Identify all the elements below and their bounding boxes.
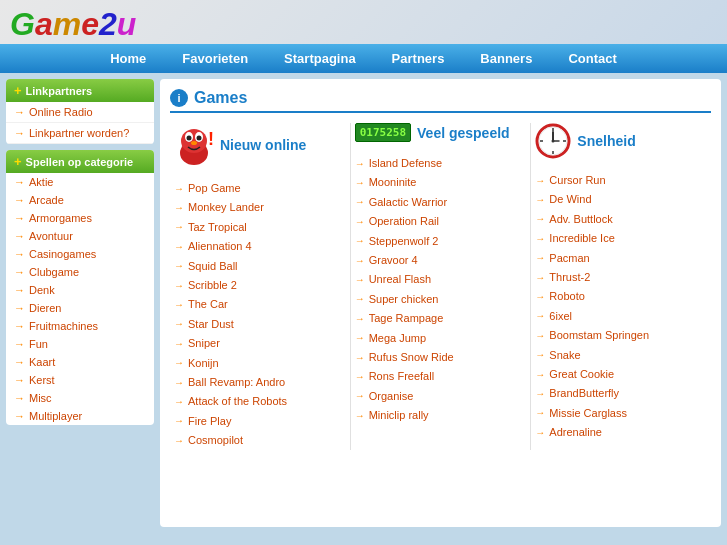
- cat-dieren[interactable]: →Dieren: [6, 299, 154, 317]
- logo-G: G: [10, 6, 35, 42]
- info-icon: i: [170, 89, 188, 107]
- game-squid-ball[interactable]: →Squid Ball: [174, 257, 346, 276]
- game-rufus-snow-ride[interactable]: →Rufus Snow Ride: [355, 348, 527, 367]
- game-fire-play[interactable]: →Fire Play: [174, 412, 346, 431]
- nav-partners[interactable]: Partners: [374, 44, 463, 73]
- game-super-chicken[interactable]: →Super chicken: [355, 290, 527, 309]
- game-de-wind[interactable]: →De Wind: [535, 190, 707, 209]
- game-gravoor[interactable]: →Gravoor 4: [355, 251, 527, 270]
- svg-point-5: [197, 136, 202, 141]
- game-the-car[interactable]: →The Car: [174, 295, 346, 314]
- arrow-icon: →: [535, 251, 545, 265]
- game-thrust-2[interactable]: →Thrust-2: [535, 268, 707, 287]
- game-incredible-ice[interactable]: →Incredible Ice: [535, 229, 707, 248]
- sidebar: + Linkpartners →Online Radio →Linkpartne…: [0, 73, 160, 533]
- arrow-icon: →: [174, 259, 184, 273]
- game-cursor-run[interactable]: →Cursor Run: [535, 171, 707, 190]
- col1-header: ! Nieuw online: [174, 123, 346, 171]
- arrow-icon: →: [535, 406, 545, 420]
- cat-kaart[interactable]: →Kaart: [6, 353, 154, 371]
- cat-avontuur[interactable]: →Avontuur: [6, 227, 154, 245]
- arrow-icon: →: [14, 374, 25, 386]
- game-aliennation[interactable]: →Aliennation 4: [174, 237, 346, 256]
- game-tage-rampage[interactable]: →Tage Rampage: [355, 309, 527, 328]
- cat-armorgames[interactable]: →Armorgames: [6, 209, 154, 227]
- header: Game2u: [0, 0, 727, 44]
- game-pop-game[interactable]: →Pop Game: [174, 179, 346, 198]
- game-scribble-2[interactable]: →Scribble 2: [174, 276, 346, 295]
- game-pacman[interactable]: →Pacman: [535, 249, 707, 268]
- nav-contact[interactable]: Contact: [550, 44, 634, 73]
- nav-home[interactable]: Home: [92, 44, 164, 73]
- arrow-icon: →: [14, 356, 25, 368]
- linkpartners-section: + Linkpartners →Online Radio →Linkpartne…: [6, 79, 154, 144]
- arrow-icon: →: [174, 317, 184, 331]
- arrow-icon: →: [535, 348, 545, 362]
- cat-denk[interactable]: →Denk: [6, 281, 154, 299]
- nav-bar: Home Favorieten Startpagina Partners Ban…: [0, 44, 727, 73]
- game-brandbutterfly[interactable]: →BrandButterfly: [535, 384, 707, 403]
- cat-casinogames[interactable]: →Casinogames: [6, 245, 154, 263]
- arrow-icon: →: [535, 193, 545, 207]
- arrow-icon: →: [14, 127, 25, 139]
- sidebar-online-radio[interactable]: →Online Radio: [6, 102, 154, 123]
- nav-favorieten[interactable]: Favorieten: [164, 44, 266, 73]
- arrow-icon: →: [355, 312, 365, 326]
- cat-kerst[interactable]: →Kerst: [6, 371, 154, 389]
- game-rons-freefall[interactable]: →Rons Freefall: [355, 367, 527, 386]
- game-island-defense[interactable]: →Island Defense: [355, 154, 527, 173]
- game-galactic-warrior[interactable]: →Galactic Warrior: [355, 193, 527, 212]
- game-star-dust[interactable]: →Star Dust: [174, 315, 346, 334]
- game-roboto[interactable]: →Roboto: [535, 287, 707, 306]
- game-miniclip-rally[interactable]: →Miniclip rally: [355, 406, 527, 425]
- sidebar-linkpartner-worden[interactable]: →Linkpartner worden?: [6, 123, 154, 144]
- game-great-cookie[interactable]: →Great Cookie: [535, 365, 707, 384]
- game-sniper[interactable]: →Sniper: [174, 334, 346, 353]
- game-konijn[interactable]: →Konijn: [174, 354, 346, 373]
- cat-arcade[interactable]: →Arcade: [6, 191, 154, 209]
- game-organise[interactable]: →Organise: [355, 387, 527, 406]
- logo-m: m: [53, 6, 81, 42]
- game-unreal-flash[interactable]: →Unreal Flash: [355, 270, 527, 289]
- game-6ixel[interactable]: →6ixel: [535, 307, 707, 326]
- game-steppenwolf[interactable]: →Steppenwolf 2: [355, 232, 527, 251]
- nav-banners[interactable]: Banners: [462, 44, 550, 73]
- game-taz-tropical[interactable]: →Taz Tropical: [174, 218, 346, 237]
- arrow-icon: →: [174, 240, 184, 254]
- cat-fruitmachines[interactable]: →Fruitmachines: [6, 317, 154, 335]
- cat-aktie[interactable]: →Aktie: [6, 173, 154, 191]
- arrow-icon: →: [355, 234, 365, 248]
- game-adv-buttlock[interactable]: →Adv. Buttlock: [535, 210, 707, 229]
- svg-point-16: [552, 140, 555, 143]
- col-nieuw-online: ! Nieuw online →Pop Game →Monkey Lander …: [170, 123, 351, 450]
- game-operation-rail[interactable]: →Operation Rail: [355, 212, 527, 231]
- game-snake[interactable]: →Snake: [535, 346, 707, 365]
- linkpartners-label: Linkpartners: [26, 85, 93, 97]
- arrow-icon: →: [174, 279, 184, 293]
- game-boomstam-springen[interactable]: →Boomstam Springen: [535, 326, 707, 345]
- game-missie-carglass[interactable]: →Missie Carglass: [535, 404, 707, 423]
- cat-multiplayer[interactable]: →Multiplayer: [6, 407, 154, 425]
- nav-startpagina[interactable]: Startpagina: [266, 44, 374, 73]
- game-columns: ! Nieuw online →Pop Game →Monkey Lander …: [170, 123, 711, 450]
- game-mooninite[interactable]: →Mooninite: [355, 173, 527, 192]
- arrow-icon: →: [174, 414, 184, 428]
- game-ball-revamp[interactable]: →Ball Revamp: Andro: [174, 373, 346, 392]
- cat-clubgame[interactable]: →Clubgame: [6, 263, 154, 281]
- game-adrenaline[interactable]: →Adrenaline: [535, 423, 707, 442]
- arrow-icon: →: [355, 409, 365, 423]
- arrow-icon: →: [14, 106, 25, 118]
- arrow-icon: →: [355, 254, 365, 268]
- arrow-icon: →: [535, 426, 545, 440]
- arrow-icon: →: [355, 157, 365, 171]
- game-monkey-lander[interactable]: →Monkey Lander: [174, 198, 346, 217]
- cat-misc[interactable]: →Misc: [6, 389, 154, 407]
- game-cosmopilot[interactable]: →Cosmopilot: [174, 431, 346, 450]
- cat-fun[interactable]: →Fun: [6, 335, 154, 353]
- arrow-icon: →: [535, 309, 545, 323]
- arrow-icon: →: [535, 387, 545, 401]
- game-attack-robots[interactable]: →Attack of the Robots: [174, 392, 346, 411]
- arrow-icon: →: [355, 215, 365, 229]
- game-mega-jump[interactable]: →Mega Jump: [355, 329, 527, 348]
- arrow-icon: →: [535, 329, 545, 343]
